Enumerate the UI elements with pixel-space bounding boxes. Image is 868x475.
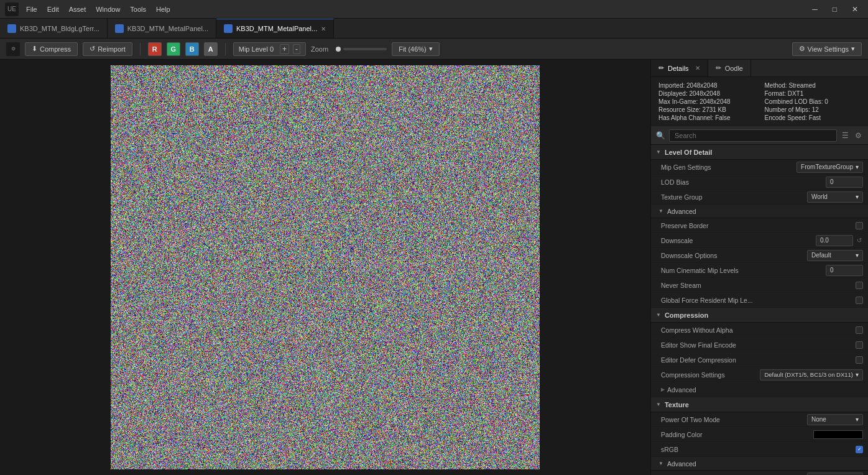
- texture-image: [111, 65, 540, 469]
- canvas-area[interactable]: [0, 60, 650, 475]
- tab-1-icon: [7, 24, 16, 33]
- details-tab-icon: ✏: [658, 64, 664, 72]
- never-stream-checkbox[interactable]: [856, 282, 863, 289]
- srgb-value: [856, 446, 863, 453]
- info-section: Imported: 2048x2048 Method: Streamed Dis…: [651, 77, 868, 127]
- mip-gen-dropdown-arrow: ▾: [856, 164, 859, 170]
- channel-r-button[interactable]: R: [148, 42, 162, 56]
- maximize-button[interactable]: □: [828, 4, 842, 15]
- details-tab[interactable]: ✏ Details ✕: [651, 60, 708, 76]
- tab-2[interactable]: KB3D_MTM_MetalPanel...: [108, 19, 216, 38]
- lod-section-header[interactable]: ▼ Level Of Detail: [651, 145, 868, 160]
- info-combined-lod: Combined LOD Bias: 0: [765, 98, 861, 105]
- info-format: Format: DXT1: [765, 90, 861, 97]
- zoom-slider-track[interactable]: [343, 48, 387, 50]
- search-bar: 🔍 ☰ ⚙: [651, 127, 868, 145]
- minimize-button[interactable]: ─: [807, 4, 823, 15]
- compress-button[interactable]: ⬇ Compress: [25, 42, 78, 56]
- advanced-texture-header[interactable]: ▼ Advanced: [651, 457, 868, 471]
- menu-file[interactable]: File: [26, 6, 37, 13]
- compression-arrow: ▼: [656, 312, 661, 318]
- channel-b-button[interactable]: B: [185, 42, 199, 56]
- downscale-input[interactable]: 0.0: [816, 235, 853, 246]
- never-stream-label: Never Stream: [661, 282, 856, 289]
- texture-group-dropdown[interactable]: World ▾: [807, 191, 863, 203]
- reimport-button[interactable]: ↺ Reimport: [83, 42, 132, 56]
- reimport-icon: ↺: [90, 45, 95, 53]
- tab-3-close[interactable]: ✕: [321, 25, 326, 32]
- close-button[interactable]: ✕: [847, 4, 863, 15]
- downscale-value: 0.0 ↺: [816, 235, 863, 246]
- power-of-two-row: Power Of Two Mode None ▾: [651, 412, 868, 427]
- downscale-reset-button[interactable]: ↺: [856, 237, 863, 244]
- global-force-row: Global Force Resident Mip Le...: [651, 293, 868, 308]
- mip-gen-value: FromTextureGroup ▾: [796, 162, 863, 173]
- channel-a-button[interactable]: A: [204, 42, 218, 56]
- details-tab-close[interactable]: ✕: [695, 65, 700, 71]
- menu-tools[interactable]: Tools: [130, 6, 146, 13]
- tab-1[interactable]: KB3D_MTM_BldgLgTerr...: [0, 19, 108, 38]
- x-axis-dropdown[interactable]: Wrap ▾: [807, 473, 863, 476]
- advanced-lod-header[interactable]: ▼ Advanced: [651, 205, 868, 218]
- lod-bias-input[interactable]: 0: [826, 177, 863, 188]
- power-of-two-value: None ▾: [807, 414, 863, 425]
- num-cinematic-input[interactable]: 0: [826, 265, 863, 276]
- fit-label: Fit (46%): [399, 45, 427, 53]
- global-force-checkbox[interactable]: [856, 297, 863, 304]
- menu-window[interactable]: Window: [96, 6, 120, 13]
- padding-color-swatch[interactable]: [813, 430, 863, 439]
- tab-2-label: KB3D_MTM_MetalPanel...: [127, 25, 208, 32]
- compress-without-alpha-value: [856, 326, 863, 334]
- compression-settings-row: Compression Settings Default (DXT1/5, BC…: [651, 367, 868, 382]
- layout-button[interactable]: ☰: [841, 130, 850, 141]
- lod-bias-row: LOD Bias 0: [651, 175, 868, 190]
- padding-color-row: Padding Color: [651, 427, 868, 442]
- compression-settings-arrow: ▾: [856, 371, 859, 378]
- window-controls: ─ □ ✕: [807, 4, 863, 15]
- panel-header: ✏ Details ✕ ✏ Oodle: [651, 60, 868, 77]
- editor-show-final-checkbox[interactable]: [856, 341, 863, 349]
- mip-level-dropdown[interactable]: Mip Level 0 + -: [233, 42, 306, 56]
- texture-group-row: Texture Group World ▾: [651, 190, 868, 205]
- texture-title: Texture: [665, 401, 689, 408]
- texture-group-arrow: ▾: [856, 193, 859, 200]
- main-layout: ✏ Details ✕ ✏ Oodle Imported: 2048x2048 …: [0, 60, 868, 475]
- divider-2: [225, 43, 226, 55]
- menu-asset[interactable]: Asset: [69, 6, 86, 13]
- num-cinematic-row: Num Cinematic Mip Levels 0: [651, 263, 868, 278]
- fit-button[interactable]: Fit (46%) ▾: [392, 42, 440, 56]
- power-of-two-dropdown[interactable]: None ▾: [807, 414, 863, 425]
- channel-g-button[interactable]: G: [167, 42, 180, 56]
- search-input[interactable]: [669, 129, 837, 142]
- menu-edit[interactable]: Edit: [47, 6, 59, 13]
- info-resource-size: Resource Size: 2731 KB: [658, 106, 755, 113]
- filter-button[interactable]: ⚙: [854, 130, 863, 141]
- toolbar: ⚙ ⬇ Compress ↺ Reimport R G B A Mip Leve…: [0, 39, 868, 60]
- compression-settings-value: Default (DXT1/5, BC1/3 on DX11) ▾: [760, 369, 863, 380]
- tab-3[interactable]: KB3D_MTM_MetalPanel... ✕: [216, 19, 334, 38]
- texture-canvas: [111, 65, 540, 469]
- downscale-options-dropdown[interactable]: Default ▾: [807, 250, 863, 261]
- compress-without-alpha-checkbox[interactable]: [856, 326, 863, 334]
- preserve-border-checkbox[interactable]: [856, 222, 863, 229]
- compression-section-header[interactable]: ▼ Compression: [651, 308, 868, 323]
- texture-group-value: World ▾: [807, 191, 863, 203]
- tab-2-icon: [115, 24, 124, 33]
- info-encode-speed: Encode Speed: Fast: [765, 114, 861, 121]
- mip-gen-dropdown[interactable]: FromTextureGroup ▾: [796, 162, 863, 173]
- texture-arrow: ▼: [656, 402, 661, 407]
- texture-section-header[interactable]: ▼ Texture: [651, 397, 868, 412]
- zoom-label: Zoom: [311, 45, 328, 53]
- view-settings-arrow: ▾: [851, 45, 855, 53]
- info-displayed: Displayed: 2048x2048: [658, 90, 755, 97]
- menu-help[interactable]: Help: [156, 6, 170, 13]
- compression-settings-dropdown[interactable]: Default (DXT1/5, BC1/3 on DX11) ▾: [760, 369, 863, 380]
- editor-defer-checkbox[interactable]: [856, 356, 863, 364]
- advanced-compression-row[interactable]: ▶ Advanced: [651, 382, 868, 397]
- view-settings-button[interactable]: ⚙ View Settings ▾: [792, 42, 862, 56]
- zoom-slider-handle[interactable]: [336, 47, 341, 52]
- mip-minus-icon[interactable]: -: [293, 44, 300, 54]
- srgb-checkbox[interactable]: [856, 446, 863, 453]
- mip-plus-icon[interactable]: +: [280, 44, 289, 54]
- oodle-tab[interactable]: ✏ Oodle: [708, 60, 751, 76]
